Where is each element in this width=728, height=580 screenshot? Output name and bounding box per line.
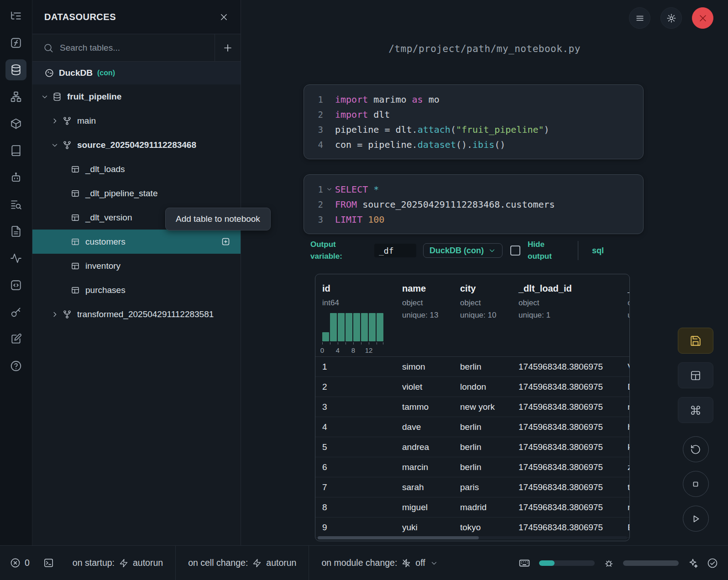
snippets-icon[interactable] [5, 275, 26, 296]
layout-select-button[interactable] [678, 362, 713, 388]
code-line[interactable]: 1import marimo as mo [304, 92, 643, 107]
file-explorer-icon[interactable] [5, 5, 26, 26]
save-icon [690, 335, 702, 347]
help-icon[interactable] [5, 355, 26, 376]
close-panel-button[interactable] [219, 12, 229, 22]
table-icon [71, 165, 85, 174]
code-line[interactable]: 3pipeline = dlt.attach("fruit_pipeline") [304, 122, 643, 137]
add-table-to-notebook-button[interactable] [221, 237, 230, 246]
settings-button[interactable] [660, 7, 682, 29]
chevron-right-icon[interactable] [51, 117, 63, 125]
functions-icon[interactable] [5, 32, 26, 53]
chevron-down-icon[interactable] [51, 141, 63, 149]
documentation-icon[interactable] [5, 221, 26, 242]
run-cell-button[interactable] [683, 506, 709, 532]
scrollbar-thumb[interactable] [318, 536, 479, 539]
tree-item-purchases[interactable]: purchases [32, 278, 241, 302]
packages-icon[interactable] [5, 113, 26, 134]
module-change-setting[interactable]: on module change:off [309, 546, 450, 580]
stop-icon [690, 479, 701, 490]
status-right [519, 557, 718, 569]
scratchpad-icon[interactable] [5, 329, 26, 350]
table-horizontal-scrollbar[interactable] [318, 536, 627, 539]
tree-item-fruit_pipeline[interactable]: fruit_pipeline [32, 84, 241, 109]
fold-chevron-icon[interactable] [323, 186, 335, 193]
variables-icon[interactable] [5, 194, 26, 215]
sql-cell[interactable]: 1SELECT *2FROM source_202504291112283468… [304, 174, 644, 263]
hide-output-checkbox[interactable] [510, 246, 520, 256]
error-count: 0 [25, 558, 30, 568]
table-row[interactable]: 9yukitokyo1745968348.3806975E [315, 517, 629, 538]
chevron-down-icon[interactable] [41, 93, 52, 101]
tree-item-label: source_202504291112283468 [77, 140, 196, 150]
tree-item-customers[interactable]: customers [32, 230, 241, 254]
python-cell[interactable]: 1import marimo as mo2import dlt3pipeline… [304, 84, 644, 159]
activity-bar [0, 0, 32, 545]
code-line[interactable]: 4con = pipeline.dataset().ibis() [304, 137, 643, 152]
table-row[interactable]: 5andreaberlin1745968348.3806975k [315, 437, 629, 457]
engine-row-duckdb[interactable]: DuckDB (con) [32, 62, 241, 84]
datasources-icon[interactable] [5, 59, 26, 80]
font-size-slider[interactable] [539, 560, 595, 566]
column-header-_dlt_id[interactable]: _dlt_idobjectunique: 13 [628, 274, 630, 356]
chevron-down-icon [430, 559, 438, 567]
chevron-right-icon[interactable] [51, 310, 63, 319]
stop-kernel-button[interactable] [683, 471, 709, 497]
search-tables-input[interactable] [60, 43, 215, 53]
undo-button[interactable] [683, 436, 709, 462]
shutdown-button[interactable] [692, 7, 713, 29]
secrets-icon[interactable] [5, 302, 26, 323]
output-variable-input[interactable] [374, 244, 416, 257]
undo-icon [690, 444, 701, 455]
code-line[interactable]: 2FROM source_202504291112283468.customer… [304, 197, 643, 212]
notebook-menu-button[interactable] [629, 7, 650, 29]
save-button[interactable] [678, 328, 713, 354]
column-header-city[interactable]: cityobjectunique: 10 [460, 274, 519, 356]
table-row[interactable]: 3tammonew york1745968348.3806975n [315, 397, 629, 417]
column-header-name[interactable]: nameobjectunique: 13 [402, 274, 460, 356]
tree-item-inventory[interactable]: inventory [32, 254, 241, 278]
dependency-graph-icon[interactable] [5, 86, 26, 107]
language-badge: sql [592, 246, 604, 256]
code-line[interactable]: 1SELECT * [304, 182, 643, 197]
ai-chat-icon[interactable] [5, 167, 26, 188]
engine-select-dropdown[interactable]: DuckDB (con) [423, 243, 503, 258]
debug-bug-icon[interactable] [603, 558, 614, 569]
code-line[interactable]: 3LIMIT 100 [304, 212, 643, 227]
command-palette-button[interactable] [678, 397, 713, 423]
zap-icon [252, 559, 262, 568]
layout-icon [690, 370, 701, 381]
notebook-outline-icon[interactable] [5, 140, 26, 161]
tree-item-transformed_202504291112283581[interactable]: transformed_202504291112283581 [32, 302, 241, 326]
tree-item-_dlt_pipeline_state[interactable]: _dlt_pipeline_state [32, 181, 241, 205]
add-table-tooltip: Add table to notebook [165, 208, 271, 230]
cell-change-setting[interactable]: on cell change:autorun [175, 546, 309, 580]
column-header-id[interactable]: idint6404812 [315, 274, 402, 356]
table-row[interactable]: 2violetlondon1745968348.3806975D [315, 377, 629, 397]
hide-output-label: Hide output [528, 239, 558, 263]
tree-item-main[interactable]: main [32, 109, 241, 133]
tree-item-source_202504291112283468[interactable]: source_202504291112283468 [32, 133, 241, 157]
code-line[interactable]: 2import dlt [304, 107, 643, 122]
ai-sparkles-icon[interactable] [687, 558, 698, 569]
terminal-icon[interactable] [43, 558, 54, 568]
table-icon [71, 286, 85, 295]
add-database-button[interactable] [215, 34, 241, 61]
tracebacks-icon[interactable] [5, 248, 26, 269]
python-code-editor[interactable]: 1import marimo as mo2import dlt3pipeline… [304, 84, 644, 159]
sql-code-editor[interactable]: 1SELECT *2FROM source_202504291112283468… [304, 174, 644, 234]
table-row[interactable]: 4daveberlin1745968348.3806975h [315, 417, 629, 437]
table-row[interactable]: 7sarahparis1745968348.3806975t [315, 477, 629, 497]
column-header-_dlt_load_id[interactable]: _dlt_load_idobjectunique: 1 [519, 274, 628, 356]
keyboard-icon[interactable] [519, 557, 530, 569]
table-row[interactable]: 6marcinberlin1745968348.3806975z [315, 457, 629, 477]
runtime-settings: on startup:autorunon cell change:autorun… [60, 546, 450, 580]
table-row[interactable]: 8miguelmadrid1745968348.3806975r [315, 497, 629, 517]
tree-item-label: transformed_202504291112283581 [77, 309, 214, 319]
connection-status-icon[interactable] [707, 558, 718, 569]
tree-item-_dlt_loads[interactable]: _dlt_loads [32, 157, 241, 181]
startup-setting[interactable]: on startup:autorun [60, 546, 175, 580]
errors-icon[interactable] [10, 558, 21, 568]
table-row[interactable]: 1simonberlin1745968348.3806975V [315, 357, 629, 377]
width-slider[interactable] [623, 560, 679, 566]
